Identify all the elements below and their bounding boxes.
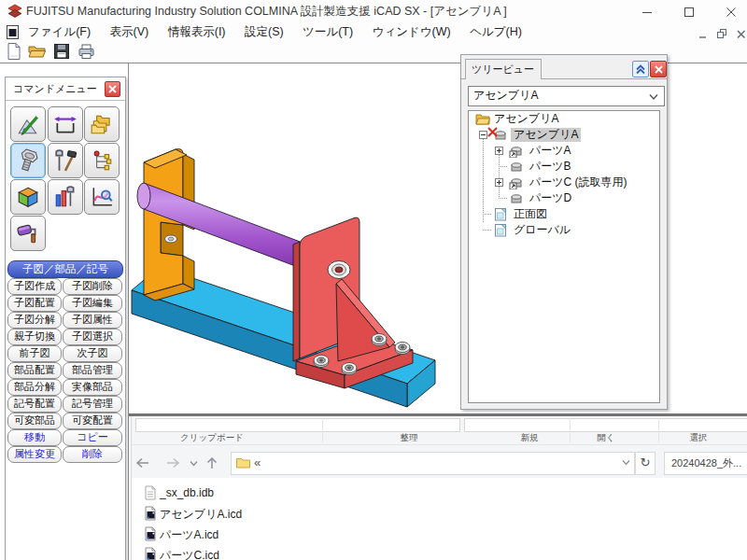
expand-expander-icon[interactable]: [495, 178, 503, 187]
cmd-button[interactable]: 子図編集: [63, 295, 122, 312]
tree-item-part-b[interactable]: パーツB: [469, 159, 659, 175]
tool-sketch-button[interactable]: [10, 106, 46, 142]
refresh-button[interactable]: ↻: [635, 452, 655, 475]
tree-view-panel: ツリービュー アセンブリA アセンブリA: [460, 54, 668, 410]
cmd-button-attr-change[interactable]: 属性変更: [7, 446, 62, 463]
folder-icon: [475, 112, 490, 126]
tree-item-part-c[interactable]: パーツC (読取専用): [469, 175, 659, 190]
mdi-document-icon: [7, 25, 19, 39]
file-item-sxdb[interactable]: _sx_db.idb: [132, 485, 412, 502]
mdi-minimize-icon: [698, 30, 708, 39]
tree-item-label: 正面図: [511, 207, 550, 221]
cmd-button[interactable]: 前子図: [7, 345, 62, 362]
cmd-button[interactable]: 部品管理: [63, 362, 122, 379]
search-input[interactable]: 20240428_外...: [664, 452, 747, 475]
tree-item-assembly-active[interactable]: アセンブリA: [469, 127, 659, 143]
tree-view-tab[interactable]: ツリービュー: [465, 59, 542, 79]
file-item-part-c[interactable]: パーツC.icd: [132, 547, 412, 560]
menu-tools[interactable]: ツール(T): [295, 22, 360, 41]
nav-back-button[interactable]: [134, 452, 152, 474]
ribbon-box-right: [464, 418, 747, 432]
tool-analysis-button[interactable]: [84, 179, 120, 215]
breadcrumb[interactable]: «: [254, 455, 261, 469]
cmd-button[interactable]: 実像部品: [63, 379, 122, 396]
tool-solid-cube-button[interactable]: [10, 179, 46, 215]
collapse-expander-icon[interactable]: [479, 131, 487, 139]
arrow-left-icon: [135, 457, 150, 469]
mdi-close-button[interactable]: [737, 26, 747, 37]
expand-expander-icon[interactable]: [495, 147, 503, 155]
address-bar[interactable]: «: [231, 452, 635, 475]
tree-item-label: パーツC (読取専用): [527, 175, 630, 189]
tool-dimension-button[interactable]: [48, 106, 83, 142]
maximize-button[interactable]: [677, 5, 701, 20]
arrow-up-icon: [206, 456, 218, 469]
cmd-button-move[interactable]: 移動: [7, 429, 62, 446]
tree-item-label: パーツD: [527, 191, 574, 205]
tool-tools-button[interactable]: [48, 143, 83, 178]
print-button[interactable]: [77, 42, 97, 62]
icad-file-icon: [143, 526, 158, 541]
cmd-button[interactable]: 次子図: [63, 345, 122, 362]
tree-item-global[interactable]: グローバル: [469, 222, 659, 238]
menu-window[interactable]: ウィンドウ(W): [365, 22, 458, 41]
command-menu-close-button[interactable]: [105, 81, 120, 97]
tool-documents-button[interactable]: [84, 106, 120, 142]
file-item-assembly-a[interactable]: アセンブリA.icd: [132, 506, 412, 523]
nav-forward-button[interactable]: [163, 452, 182, 474]
cmd-button[interactable]: 子図配置: [7, 295, 62, 312]
cmd-button[interactable]: 親子切換: [7, 329, 62, 345]
tree-collapse-button[interactable]: [632, 61, 649, 77]
file-name: _sx_db.idb: [160, 486, 214, 499]
menu-info-display[interactable]: 情報表示(I): [161, 22, 233, 41]
menu-view[interactable]: 表示(V): [103, 22, 157, 41]
ribbon-separator: [322, 418, 323, 442]
nav-history-dropdown[interactable]: [184, 452, 203, 474]
ribbon-group-organize: 整理: [401, 432, 418, 444]
close-button[interactable]: [719, 5, 743, 20]
file-item-part-a[interactable]: パーツA.icd: [132, 526, 412, 543]
menu-help[interactable]: ヘルプ(H): [462, 22, 529, 41]
menu-settings[interactable]: 設定(S): [237, 22, 291, 41]
menu-bar: ファイル(F) 表示(V) 情報表示(I) 設定(S) ツール(T) ウィンドウ…: [0, 22, 747, 41]
nav-up-button[interactable]: [203, 452, 221, 474]
tool-part-tools-button[interactable]: [48, 179, 83, 215]
tree-item-part-d[interactable]: パーツD: [469, 190, 659, 206]
cmd-button[interactable]: 部品分解: [7, 379, 62, 396]
new-document-button[interactable]: [5, 42, 25, 62]
save-button[interactable]: [52, 42, 73, 62]
tree-item-assembly-root[interactable]: アセンブリA: [469, 111, 659, 127]
chevron-down-icon[interactable]: [622, 459, 630, 466]
cmd-button[interactable]: 記号管理: [63, 396, 122, 413]
cmd-button[interactable]: 可変配置: [63, 413, 122, 429]
minimize-button[interactable]: [635, 5, 659, 20]
part-tools-icon: [53, 185, 78, 209]
menu-file[interactable]: ファイル(F): [21, 22, 98, 41]
tree-item-front-view[interactable]: 正面図: [469, 206, 659, 222]
cmd-button[interactable]: 可変部品: [7, 413, 62, 429]
cmd-button[interactable]: 子図分解: [7, 312, 62, 329]
cmd-button[interactable]: 子図削除: [63, 278, 122, 295]
section-header-button[interactable]: 子図／部品／記号: [7, 260, 123, 278]
tree-item-part-a[interactable]: パーツA: [469, 143, 659, 159]
mdi-restore-button[interactable]: [717, 26, 730, 37]
cmd-button[interactable]: 記号配置: [7, 396, 62, 413]
part-icon: [509, 161, 524, 174]
tree-close-button[interactable]: [650, 61, 667, 77]
ribbon-group-select: 選択: [690, 432, 708, 444]
mdi-minimize-button[interactable]: [698, 26, 712, 37]
cmd-button[interactable]: 部品配置: [7, 362, 62, 379]
cmd-button[interactable]: 子図作成: [7, 278, 62, 295]
cmd-button-delete[interactable]: 削除: [63, 446, 122, 463]
red-cross-marker-icon: [487, 127, 498, 137]
cmd-button[interactable]: 子図選択: [63, 329, 122, 345]
file-list: _sx_db.idb アセンブリA.icd パーツA.icd: [132, 478, 747, 560]
tree-target-select[interactable]: アセンブリA: [468, 86, 665, 106]
cmd-button[interactable]: 子図属性: [63, 312, 122, 329]
tool-paint-roller-button[interactable]: [10, 216, 46, 251]
cmd-button-copy[interactable]: コピー: [63, 429, 122, 446]
tool-structure-button[interactable]: [84, 143, 120, 178]
dimension-icon: [53, 112, 78, 136]
tool-bolt-parts-button[interactable]: [10, 143, 46, 178]
open-file-button[interactable]: [27, 42, 48, 62]
